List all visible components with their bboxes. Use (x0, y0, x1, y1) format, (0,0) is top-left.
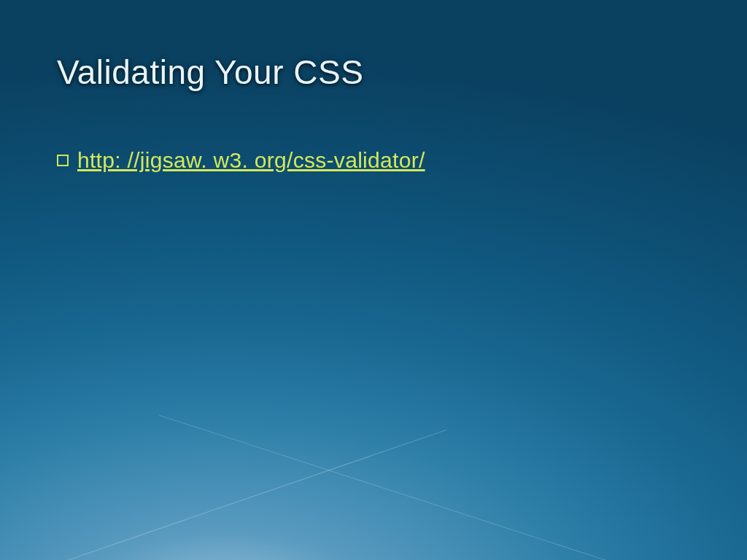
validator-link[interactable]: http: //jigsaw. w3. org/css-validator/ (77, 148, 425, 173)
slide-container: Validating Your CSS http: //jigsaw. w3. … (0, 0, 747, 560)
square-bullet-icon (57, 155, 69, 166)
bullet-item: http: //jigsaw. w3. org/css-validator/ (57, 148, 425, 173)
slide-title: Validating Your CSS (57, 52, 363, 92)
